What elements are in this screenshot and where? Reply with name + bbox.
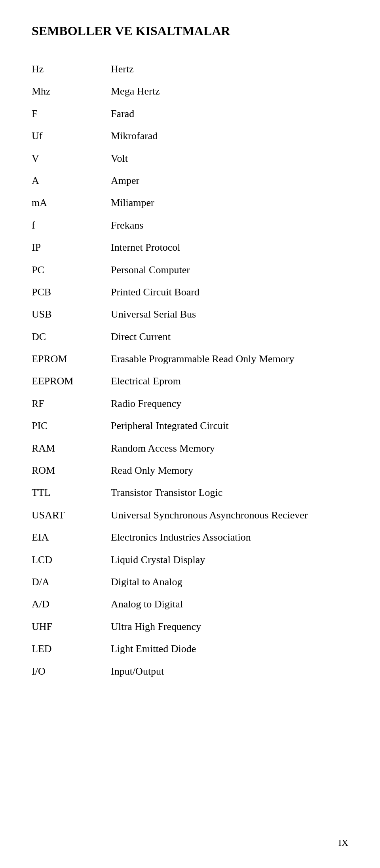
abbreviation-cell: IP — [32, 236, 111, 259]
page-number: IX — [338, 838, 348, 848]
table-row: UHFUltra High Frequency — [32, 616, 348, 638]
definition-cell: Electronics Industries Association — [111, 526, 348, 548]
abbreviation-cell: f — [32, 214, 111, 236]
definition-cell: Universal Synchronous Asynchronous Recie… — [111, 504, 348, 526]
definition-cell: Read Only Memory — [111, 460, 348, 482]
table-row: PICPeripheral Integrated Circuit — [32, 415, 348, 437]
definition-cell: Mikrofarad — [111, 125, 348, 147]
table-row: USARTUniversal Synchronous Asynchronous … — [32, 504, 348, 526]
abbreviation-cell: Mhz — [32, 80, 111, 102]
definition-cell: Random Access Memory — [111, 437, 348, 460]
table-row: RFRadio Frequency — [32, 393, 348, 415]
definition-cell: Light Emitted Diode — [111, 638, 348, 660]
abbreviation-cell: ROM — [32, 460, 111, 482]
abbreviation-cell: EIA — [32, 526, 111, 548]
definition-cell: Hertz — [111, 58, 348, 80]
abbreviation-cell: PC — [32, 259, 111, 281]
abbreviation-cell: EPROM — [32, 348, 111, 370]
abbreviation-cell: TTL — [32, 482, 111, 504]
table-row: LCDLiquid Crystal Display — [32, 549, 348, 571]
table-row: DCDirect Current — [32, 326, 348, 348]
table-row: PCBPrinted Circuit Board — [32, 281, 348, 303]
abbreviation-cell: USART — [32, 504, 111, 526]
definition-cell: Analog to Digital — [111, 593, 348, 615]
table-row: mAMiliamper — [32, 192, 348, 214]
table-row: I/OInput/Output — [32, 660, 348, 683]
table-row: EEPROMElectrical Eprom — [32, 370, 348, 392]
table-row: UfMikrofarad — [32, 125, 348, 147]
abbreviation-cell: USB — [32, 303, 111, 325]
definition-cell: Frekans — [111, 214, 348, 236]
abbreviation-cell: D/A — [32, 571, 111, 593]
table-row: TTLTransistor Transistor Logic — [32, 482, 348, 504]
abbreviation-cell: PIC — [32, 415, 111, 437]
definition-cell: Input/Output — [111, 660, 348, 683]
abbreviation-cell: A — [32, 170, 111, 192]
page-title: SEMBOLLER VE KISALTMALAR — [32, 24, 348, 38]
abbreviation-cell: RAM — [32, 437, 111, 460]
abbreviation-cell: EEPROM — [32, 370, 111, 392]
definition-cell: Transistor Transistor Logic — [111, 482, 348, 504]
table-row: EIAElectronics Industries Association — [32, 526, 348, 548]
table-row: IPInternet Protocol — [32, 236, 348, 259]
definition-cell: Amper — [111, 170, 348, 192]
abbreviations-table: HzHertzMhzMega HertzFFaradUfMikrofaradVV… — [32, 58, 348, 683]
abbreviation-cell: PCB — [32, 281, 111, 303]
abbreviation-cell: UHF — [32, 616, 111, 638]
definition-cell: Digital to Analog — [111, 571, 348, 593]
definition-cell: Personal Computer — [111, 259, 348, 281]
abbreviation-cell: Hz — [32, 58, 111, 80]
table-row: EPROMErasable Programmable Read Only Mem… — [32, 348, 348, 370]
table-row: D/ADigital to Analog — [32, 571, 348, 593]
table-row: FFarad — [32, 103, 348, 125]
table-row: VVolt — [32, 148, 348, 170]
abbreviation-cell: RF — [32, 393, 111, 415]
abbreviation-cell: DC — [32, 326, 111, 348]
definition-cell: Electrical Eprom — [111, 370, 348, 392]
table-row: LEDLight Emitted Diode — [32, 638, 348, 660]
definition-cell: Printed Circuit Board — [111, 281, 348, 303]
table-row: ROMRead Only Memory — [32, 460, 348, 482]
definition-cell: Peripheral Integrated Circuit — [111, 415, 348, 437]
table-row: RAMRandom Access Memory — [32, 437, 348, 460]
abbreviation-cell: A/D — [32, 593, 111, 615]
abbreviation-cell: LCD — [32, 549, 111, 571]
abbreviation-cell: mA — [32, 192, 111, 214]
definition-cell: Farad — [111, 103, 348, 125]
abbreviation-cell: F — [32, 103, 111, 125]
table-row: USBUniversal Serial Bus — [32, 303, 348, 325]
abbreviation-cell: V — [32, 148, 111, 170]
definition-cell: Internet Protocol — [111, 236, 348, 259]
abbreviation-cell: Uf — [32, 125, 111, 147]
definition-cell: Direct Current — [111, 326, 348, 348]
table-row: MhzMega Hertz — [32, 80, 348, 102]
definition-cell: Mega Hertz — [111, 80, 348, 102]
table-row: PCPersonal Computer — [32, 259, 348, 281]
abbreviation-cell: LED — [32, 638, 111, 660]
table-row: HzHertz — [32, 58, 348, 80]
abbreviation-cell: I/O — [32, 660, 111, 683]
definition-cell: Universal Serial Bus — [111, 303, 348, 325]
definition-cell: Erasable Programmable Read Only Memory — [111, 348, 348, 370]
definition-cell: Volt — [111, 148, 348, 170]
definition-cell: Miliamper — [111, 192, 348, 214]
definition-cell: Liquid Crystal Display — [111, 549, 348, 571]
table-row: fFrekans — [32, 214, 348, 236]
table-row: A/DAnalog to Digital — [32, 593, 348, 615]
definition-cell: Ultra High Frequency — [111, 616, 348, 638]
table-row: AAmper — [32, 170, 348, 192]
definition-cell: Radio Frequency — [111, 393, 348, 415]
